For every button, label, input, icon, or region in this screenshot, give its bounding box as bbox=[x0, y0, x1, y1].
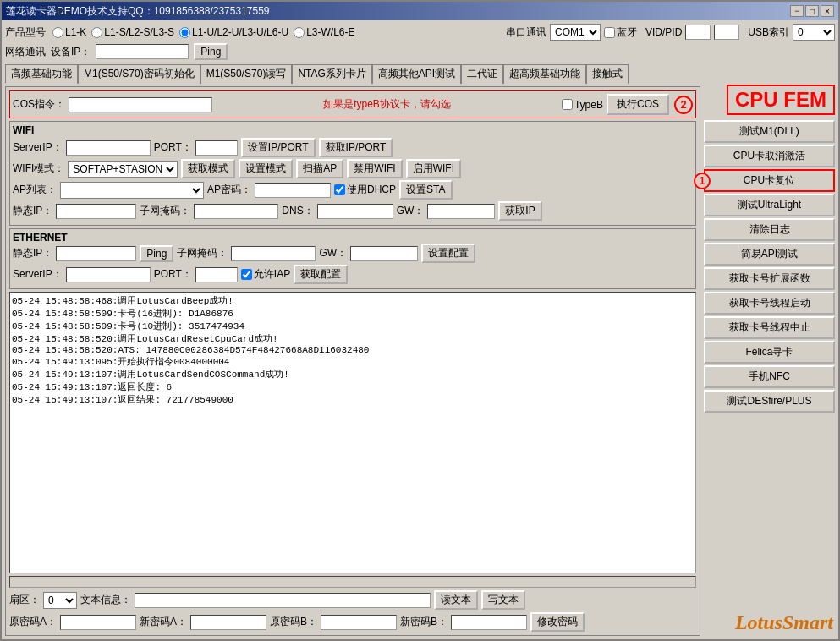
wifi-port-input[interactable]: 7777 bbox=[195, 140, 238, 156]
tab-4[interactable]: 高频其他API测试 bbox=[372, 64, 461, 84]
pid-input[interactable]: 0 bbox=[714, 25, 739, 40]
log-line: 05-24 15:48:58:468:调用LotusCardBeep成功! bbox=[12, 294, 694, 307]
log-scrollbar-h[interactable] bbox=[9, 576, 696, 588]
use-dhcp-label[interactable]: 使用DHCP bbox=[334, 183, 396, 197]
use-dhcp-checkbox[interactable] bbox=[334, 184, 345, 195]
radio-l1sl2sl3s-label: L1-S/L2-S/L3-S bbox=[104, 26, 174, 38]
tab-7[interactable]: 接触式 bbox=[586, 64, 629, 84]
wifi-dns-input[interactable]: 61.128.128.68 bbox=[317, 204, 393, 219]
wifi-subnet-input[interactable]: 255.255.255.0 bbox=[194, 204, 278, 219]
cos-input[interactable]: 0084000004 bbox=[69, 97, 212, 112]
felica-search-button[interactable]: Felica寻卡 bbox=[704, 341, 835, 364]
text-info-input[interactable] bbox=[135, 593, 431, 608]
get-mode-button[interactable]: 获取模式 bbox=[181, 159, 235, 178]
device-ip-label: 设备IP： bbox=[51, 45, 91, 59]
tab-5[interactable]: 二代证 bbox=[461, 64, 503, 84]
set-ip-port-button[interactable]: 设置IP/PORT bbox=[241, 138, 316, 157]
get-card-thread-start-button[interactable]: 获取卡号线程启动 bbox=[704, 292, 835, 315]
mobile-nfc-button[interactable]: 手机NFC bbox=[704, 365, 835, 388]
cpu-deactivate-button[interactable]: CPU卡取消激活 bbox=[704, 145, 835, 167]
tab-2[interactable]: M1(S50/S70)读写 bbox=[200, 64, 293, 84]
log-line: 05-24 15:49:13:107:返回长度: 6 bbox=[12, 381, 694, 393]
typeb-checkbox[interactable] bbox=[562, 99, 573, 110]
execute-cos-button[interactable]: 执行COS bbox=[607, 94, 669, 115]
get-ip-port-button[interactable]: 获取IP/PORT bbox=[319, 138, 393, 157]
eth-ping-button[interactable]: Ping bbox=[140, 245, 173, 262]
maximize-button[interactable]: □ bbox=[805, 5, 819, 17]
radio-l1sl2sl3s-input[interactable] bbox=[91, 27, 102, 38]
old-pass-b-input[interactable]: FFFFFFFFFFFF bbox=[321, 615, 397, 630]
set-config-button[interactable]: 设置配置 bbox=[421, 244, 475, 263]
old-pass-a-input[interactable]: FFFFFFFFFFFF bbox=[60, 615, 136, 630]
cpu-reset-button[interactable]: CPU卡复位 bbox=[704, 169, 835, 192]
radio-l3wl6e-input[interactable] bbox=[294, 27, 305, 38]
get-ip-button[interactable]: 获取IP bbox=[498, 201, 541, 221]
modify-password-button[interactable]: 修改密码 bbox=[530, 612, 585, 632]
wifi-mode-select[interactable]: SOFTAP+STASION bbox=[68, 161, 178, 178]
new-pass-a-input[interactable]: FFFFFFFFFFFF bbox=[190, 615, 266, 630]
wifi-port-label: PORT： bbox=[154, 140, 192, 155]
minimize-button[interactable]: － bbox=[790, 5, 804, 17]
get-card-ext-button[interactable]: 获取卡号扩展函数 bbox=[704, 267, 835, 290]
log-line: 05-24 15:48:58:509:卡号(16进制): D1A86876 bbox=[12, 307, 694, 320]
wifi-row-4: 静态IP： 192.168.1.40 子网掩码： 255.255.255.0 D… bbox=[13, 201, 693, 221]
wifi-static-ip-input[interactable]: 192.168.1.40 bbox=[56, 204, 136, 219]
eth-server-ip-input[interactable]: 192.168.1.10 bbox=[66, 267, 151, 282]
serial-port-select[interactable]: COM1 bbox=[550, 24, 601, 41]
write-text-button[interactable]: 写文本 bbox=[481, 590, 525, 610]
tab-1[interactable]: M1(S50/S70)密码初始化 bbox=[78, 64, 200, 84]
tab-0[interactable]: 高频基础功能 bbox=[5, 64, 78, 84]
radio-l3wl6e[interactable]: L3-W/L6-E bbox=[294, 26, 354, 38]
read-text-button[interactable]: 读文本 bbox=[434, 590, 478, 610]
clear-log-button[interactable]: 清除日志 bbox=[704, 218, 835, 241]
ap-password-input[interactable]: 1234567890 bbox=[255, 183, 331, 198]
tab-6[interactable]: 超高频基础功能 bbox=[503, 64, 586, 84]
disable-wifi-button[interactable]: 禁用WIFI bbox=[347, 159, 402, 178]
eth-static-ip-input[interactable]: 192.168.1.252 bbox=[56, 246, 136, 261]
typeb-checkbox-label[interactable]: TypeB bbox=[562, 99, 603, 111]
usb-select[interactable]: 0 bbox=[793, 24, 835, 41]
radio-l1k[interactable]: L1-K bbox=[52, 26, 86, 38]
new-pass-b-input[interactable]: FFFFFFFFFFFF bbox=[451, 615, 527, 630]
radio-l1ul2ul3ul6u-input[interactable] bbox=[179, 27, 190, 38]
wifi-server-ip-input[interactable]: 192.168.1.10 bbox=[66, 140, 151, 156]
allow-iap-checkbox[interactable] bbox=[241, 269, 252, 280]
get-card-thread-stop-button[interactable]: 获取卡号线程中止 bbox=[704, 316, 835, 339]
radio-l1ul2ul3ul6u-label: L1-U/L2-U/L3-U/L6-U bbox=[192, 26, 288, 38]
wifi-gw-input[interactable]: 192.168.1.1 bbox=[427, 204, 495, 219]
radio-l3wl6e-label: L3-W/L6-E bbox=[306, 26, 354, 38]
allow-iap-label[interactable]: 允许IAP bbox=[241, 267, 290, 282]
eth-port-input[interactable]: 7777 bbox=[195, 267, 238, 282]
get-config-button[interactable]: 获取配置 bbox=[294, 265, 348, 284]
vid-input[interactable]: 0 bbox=[685, 25, 711, 40]
tab-3[interactable]: NTAG系列卡片 bbox=[292, 64, 371, 84]
bluetooth-checkbox[interactable] bbox=[604, 27, 615, 38]
window-title: 莲花读卡器DEMO技术支持QQ：1091856388/2375317559 bbox=[6, 4, 269, 19]
ap-list-select[interactable] bbox=[60, 182, 204, 199]
sector-select[interactable]: 0 bbox=[43, 592, 77, 609]
log-line: 05-24 15:49:13:107:返回结果: 721778549000 bbox=[12, 393, 694, 406]
simple-api-button[interactable]: 简易API测试 bbox=[704, 243, 835, 266]
test-ultralight-button[interactable]: 测试UltraLight bbox=[704, 194, 835, 216]
cpu-fem-label: CPU FEM bbox=[727, 85, 835, 115]
ping-button[interactable]: Ping bbox=[194, 43, 228, 60]
close-button[interactable]: × bbox=[821, 5, 834, 17]
radio-l1k-input[interactable] bbox=[52, 27, 63, 38]
scan-ap-button[interactable]: 扫描AP bbox=[296, 159, 343, 178]
radio-l1ul2ul3ul6u[interactable]: L1-U/L2-U/L3-U/L6-U bbox=[179, 26, 288, 38]
test-m1-button[interactable]: 测试M1(DLL) bbox=[704, 120, 835, 143]
eth-gw-input[interactable]: 192.168.1.1 bbox=[350, 246, 418, 261]
bluetooth-checkbox-label[interactable]: 蓝牙 bbox=[604, 25, 637, 40]
set-mode-button[interactable]: 设置模式 bbox=[239, 159, 293, 178]
set-sta-button[interactable]: 设置STA bbox=[399, 180, 452, 200]
radio-l1sl2sl3s[interactable]: L1-S/L2-S/L3-S bbox=[91, 26, 174, 38]
title-bar: 莲花读卡器DEMO技术支持QQ：1091856388/2375317559 － … bbox=[2, 2, 838, 20]
device-ip-input[interactable]: 192.168.4.1 bbox=[96, 44, 189, 59]
enable-wifi-button[interactable]: 启用WIFI bbox=[406, 159, 461, 178]
eth-row-1: 静态IP： 192.168.1.252 Ping 子网掩码： 255.255.2… bbox=[13, 244, 693, 263]
test-desfire-button[interactable]: 测试DESfire/PLUS bbox=[704, 390, 835, 413]
vidpid-label: VID/PID bbox=[645, 26, 682, 38]
eth-subnet-input[interactable]: 255.255.255.0 bbox=[231, 246, 316, 261]
left-panel: COS指令： 0084000004 如果是typeB协议卡，请勾选 TypeB … bbox=[5, 86, 700, 636]
log-area[interactable]: 05-24 15:48:58:468:调用LotusCardBeep成功!05-… bbox=[9, 292, 696, 573]
